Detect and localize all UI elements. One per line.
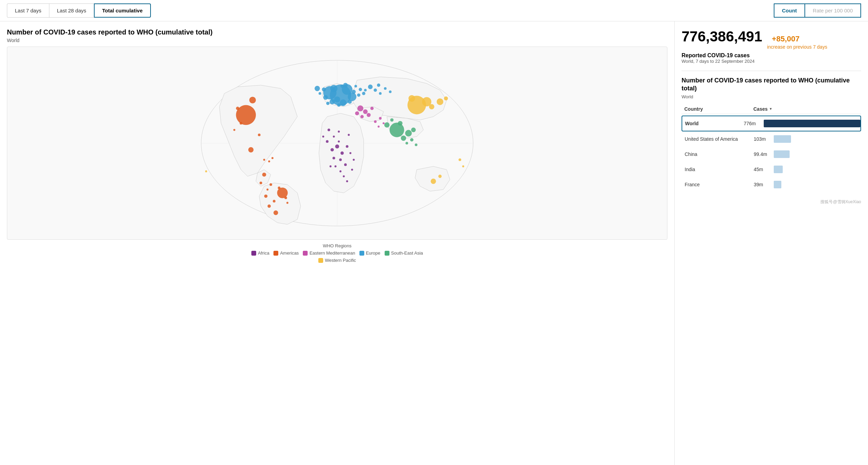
svg-point-48	[249, 97, 256, 103]
row-country-india: India	[682, 167, 751, 172]
wp-color	[318, 258, 323, 263]
svg-point-81	[338, 140, 340, 142]
table-row-france[interactable]: France 39m	[682, 177, 861, 192]
svg-point-59	[284, 197, 287, 199]
svg-point-74	[332, 157, 335, 159]
svg-point-15	[352, 90, 356, 94]
svg-point-71	[330, 148, 334, 151]
bar-china	[774, 150, 790, 158]
svg-point-45	[462, 165, 464, 167]
svg-point-77	[339, 170, 341, 172]
svg-point-14	[348, 100, 352, 104]
svg-point-88	[338, 130, 340, 132]
svg-point-24	[315, 86, 320, 91]
svg-point-51	[248, 147, 253, 152]
svg-point-28	[360, 115, 364, 118]
svg-point-92	[379, 117, 382, 120]
svg-point-66	[233, 129, 235, 131]
americas-label: Americas	[280, 250, 299, 256]
row-country-world: World	[682, 121, 741, 126]
tab-last28[interactable]: Last 28 days	[49, 3, 94, 18]
svg-point-25	[357, 105, 363, 111]
sort-icon[interactable]: ▼	[769, 107, 772, 111]
svg-point-94	[383, 122, 385, 124]
svg-point-69	[335, 145, 339, 149]
table-section-subtitle: World	[682, 94, 861, 99]
divider-1	[682, 71, 861, 71]
svg-point-27	[355, 111, 359, 116]
svg-point-86	[333, 136, 335, 138]
svg-point-41	[444, 97, 448, 101]
svg-point-44	[459, 158, 461, 161]
svg-point-7	[330, 85, 337, 92]
map-title: Number of COVID-19 cases reported to WHO…	[7, 28, 667, 36]
svg-point-97	[410, 138, 414, 142]
bar-france	[774, 181, 781, 188]
legend-title: WHO Regions	[7, 243, 667, 248]
svg-point-83	[353, 159, 355, 161]
svg-point-56	[278, 187, 281, 189]
svg-point-105	[389, 90, 392, 93]
europe-color	[359, 251, 364, 256]
tab-total[interactable]: Total cumulative	[94, 3, 151, 18]
row-cases-india: 45m	[751, 166, 861, 173]
svg-point-70	[340, 151, 344, 155]
svg-point-39	[429, 104, 434, 109]
svg-point-53	[264, 195, 268, 198]
watermark: 搜狐号@雪骑XueXiao	[682, 199, 861, 205]
reported-sub: World, 7 days to 22 September 2024	[682, 59, 861, 64]
row-cases-world: 776m	[741, 120, 860, 127]
map-container[interactable]	[7, 47, 667, 240]
row-cases-china: 99.4m	[751, 150, 861, 158]
svg-point-73	[339, 158, 342, 161]
svg-point-106	[364, 89, 367, 91]
table-row-china[interactable]: China 99.4m	[682, 147, 861, 162]
svg-point-23	[362, 92, 366, 95]
bar-world	[764, 120, 860, 127]
svg-point-96	[390, 118, 394, 122]
svg-point-65	[240, 122, 242, 125]
svg-point-67	[258, 133, 261, 136]
tab-last7[interactable]: Last 7 days	[7, 3, 49, 18]
toggle-group: Count Rate per 100 000	[774, 3, 861, 18]
svg-point-50	[262, 173, 266, 177]
svg-point-72	[346, 145, 348, 148]
left-panel: Number of COVID-19 cases reported to WHO…	[0, 21, 675, 465]
svg-point-90	[322, 136, 324, 138]
svg-point-52	[268, 205, 271, 208]
eastern-med-color	[303, 251, 308, 256]
svg-point-32	[405, 130, 412, 137]
svg-point-8	[340, 99, 346, 106]
svg-point-102	[374, 88, 377, 92]
table-section-title: Number of COVID-19 cases reported to WHO…	[682, 77, 861, 93]
svg-point-34	[398, 121, 402, 126]
row-cases-france: 39m	[751, 181, 861, 188]
svg-point-17	[326, 102, 330, 105]
svg-point-21	[319, 92, 321, 95]
big-number: 776,386,491	[682, 28, 762, 45]
americas-color	[273, 251, 278, 256]
svg-point-79	[349, 152, 351, 154]
table-row-world[interactable]: World 776m	[682, 116, 861, 131]
svg-point-12	[323, 95, 328, 100]
svg-point-60	[287, 202, 289, 204]
svg-point-104	[384, 87, 387, 90]
toggle-rate[interactable]: Rate per 100 000	[805, 3, 861, 18]
svg-point-76	[335, 165, 337, 167]
svg-point-82	[326, 140, 329, 143]
row-country-france: France	[682, 182, 751, 187]
col-country-header: Country	[682, 106, 751, 112]
increase-number: +85,007	[772, 34, 827, 43]
toggle-count[interactable]: Count	[774, 3, 805, 18]
bar-usa	[774, 135, 791, 143]
svg-point-78	[329, 165, 331, 167]
right-panel: 776,386,491 +85,007 increase on previous…	[675, 21, 868, 465]
wp-label: Western Pacific	[325, 258, 356, 263]
svg-point-43	[438, 175, 442, 178]
svg-point-91	[374, 120, 377, 123]
table-row-india[interactable]: India 45m	[682, 162, 861, 177]
svg-point-93	[378, 126, 380, 128]
table-row-usa[interactable]: United States of America 103m	[682, 131, 861, 147]
main-layout: Number of COVID-19 cases reported to WHO…	[0, 21, 868, 465]
svg-point-87	[328, 129, 330, 131]
